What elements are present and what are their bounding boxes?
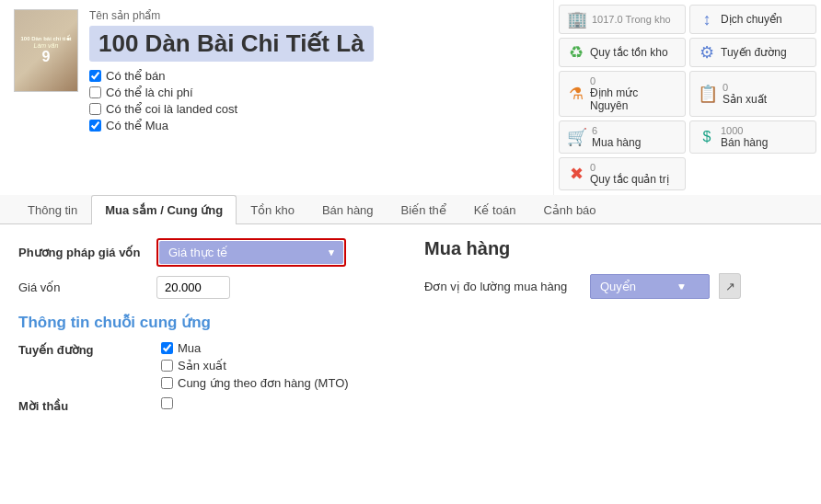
mua-hang-title: Mua hàng [424,238,803,259]
checkbox-co-the-la-chi-phi: Có thể là chi phí [89,86,539,99]
checkbox-landed-cost-label: Có thể coi là landed cost [106,102,237,116]
checkbox-co-the-mua-label: Có thể Mua [106,119,168,132]
don-vi-select-wrapper: Quyển ▼ [590,274,710,299]
dich-chuyen-icon: ↕ [698,10,716,29]
checkbox-co-the-mua: Có thể Mua [89,119,539,132]
ban-hang-btn-text: 1000 Bán hàng [721,125,768,149]
mua-hang-btn-icon: 🛒 [567,127,587,147]
trong-kho-text: 1017.0 Trong kho [592,14,671,25]
checkbox-co-the-la-chi-phi-input[interactable] [89,86,101,98]
action-quy-tac-quan-tri[interactable]: ✖ 0 Quy tắc quản trị [559,157,686,190]
checkbox-co-the-ban-label: Có thể bán [106,69,165,83]
mua-hang-btn-count: 6 [592,125,641,136]
supply-chain-title: Thông tin chuỗi cung ứng [18,313,397,332]
checkbox-co-the-la-chi-phi-label: Có thể là chi phí [106,86,193,99]
tab-bien-the[interactable]: Biến thể [387,195,460,224]
external-link-icon: ↗ [725,280,735,293]
action-dinh-muc[interactable]: ⚗ 0 Định mức Nguyên [559,71,686,117]
warehouse-icon: 🏢 [567,9,587,29]
action-tuyen-duong[interactable]: ⚙ Tuyến đường [689,38,816,67]
product-name-label: Tên sản phẩm [89,9,539,22]
dinh-muc-label: Định mức Nguyên [590,86,677,112]
action-ban-hang-btn[interactable]: $ 1000 Bán hàng [689,120,816,154]
supply-grid: Tuyến đường Mua Sản xuất Cung ứng theo đ… [18,341,397,413]
product-checkboxes: Có thể bán Có thể là chi phí Có thể coi … [89,69,539,132]
mua-hang-btn-text: 6 Mua hàng [592,125,641,149]
tuyen-duong-mua-checkbox[interactable] [161,342,173,354]
tuyen-duong-checkboxes: Mua Sản xuất Cung ứng theo đơn hàng (MTO… [161,341,397,390]
tuyen-duong-mto-row: Cung ứng theo đơn hàng (MTO) [161,376,397,390]
dich-chuyen-text: Dịch chuyển [721,13,782,26]
tuyen-duong-label: Tuyến đường [18,341,156,357]
tab-mua-sam-cung-ung[interactable]: Mua sắm / Cung ứng [91,195,237,224]
product-info-section: 100 Dàn bài chi tiết Làm văn 9 Tên sản p… [0,0,554,195]
don-vi-label: Đơn vị đo lường mua hàng [424,280,581,293]
tab-ban-hang[interactable]: Bán hàng [308,195,387,224]
tuyen-duong-san-xuat-checkbox[interactable] [161,360,173,372]
don-vi-field: Đơn vị đo lường mua hàng Quyển ▼ ↗ [424,273,803,299]
tuyen-duong-mto-label: Cung ứng theo đơn hàng (MTO) [178,376,349,390]
ban-hang-btn-count: 1000 [721,125,768,136]
tabs-bar: Thông tin Mua sắm / Cung ứng Tồn kho Bán… [0,195,821,224]
tab-ton-kho[interactable]: Tồn kho [237,195,308,224]
action-grid: 🏢 1017.0 Trong kho ↕ Dịch chuyển ♻ Quy t… [559,5,816,190]
left-section: Phương pháp giá vốn Giá thực tế FIFO Giá… [18,238,397,413]
moi-thau-row [161,397,397,409]
ban-hang-btn-label: Bán hàng [721,136,768,149]
moi-thau-label: Mời thầu [18,397,156,413]
action-trong-kho[interactable]: 🏢 1017.0 Trong kho [559,5,686,34]
moi-thau-checkbox[interactable] [161,397,173,409]
gia-von-select-border: Giá thực tế FIFO Giá trung bình ▼ [156,238,346,267]
ban-hang-btn-icon: $ [698,129,716,145]
gia-von-select-wrapper: Giá thực tế FIFO Giá trung bình ▼ [159,241,343,264]
phuong-phap-gia-von-group: Phương pháp giá vốn Giá thực tế FIFO Giá… [18,238,397,267]
product-image: 100 Dàn bài chi tiết Làm văn 9 [14,9,78,92]
checkbox-co-the-ban-input[interactable] [89,70,101,82]
dinh-muc-icon: ⚗ [567,84,585,104]
don-vi-select[interactable]: Quyển [590,274,710,299]
checkbox-co-the-ban: Có thể bán [89,69,539,83]
checkbox-co-the-mua-input[interactable] [89,120,101,132]
action-mua-hang-btn[interactable]: 🛒 6 Mua hàng [559,120,686,154]
checkbox-landed-cost: Có thể coi là landed cost [89,102,539,116]
quy-tac-ton-kho-icon: ♻ [567,42,585,63]
san-xuat-icon: 📋 [698,84,718,104]
tab-thong-tin[interactable]: Thông tin [14,195,91,224]
dinh-muc-text: 0 Định mức Nguyên [590,75,677,112]
tuyen-duong-action-label: Tuyến đường [721,46,787,59]
san-xuat-text: 0 Sản xuất [723,82,767,106]
tuyen-duong-mua-row: Mua [161,341,397,355]
tuyen-duong-mto-checkbox[interactable] [161,377,173,389]
quy-tac-quan-tri-label: Quy tắc quản trị [590,173,669,186]
gia-von-select[interactable]: Giá thực tế FIFO Giá trung bình [159,241,343,264]
san-xuat-label: Sản xuất [723,93,767,106]
action-dich-chuyen[interactable]: ↕ Dịch chuyển [689,5,816,34]
book-number: 9 [42,49,51,65]
phuong-phap-label: Phương pháp giá vốn [18,246,147,259]
gia-von-group: Giá vốn [18,276,397,299]
action-san-xuat[interactable]: 📋 0 Sản xuất [689,71,816,117]
quy-tac-ton-kho-text: Quy tắc tồn kho [590,46,668,59]
tuyen-duong-action-text: Tuyến đường [721,46,787,59]
dich-chuyen-label: Dịch chuyển [721,13,782,26]
quy-tac-quan-tri-icon: ✖ [567,164,585,184]
dinh-muc-count: 0 [590,75,677,86]
right-section: Mua hàng Đơn vị đo lường mua hàng Quyển … [424,238,803,413]
don-vi-external-link[interactable]: ↗ [719,273,741,299]
tuyen-duong-icon: ⚙ [698,42,716,63]
gia-von-label: Giá vốn [18,281,147,294]
tab-canh-bao[interactable]: Cảnh báo [529,195,609,224]
main-content: Phương pháp giá vốn Giá thực tế FIFO Giá… [0,224,821,427]
action-quy-tac-ton-kho[interactable]: ♻ Quy tắc tồn kho [559,38,686,67]
action-buttons-panel: 🏢 1017.0 Trong kho ↕ Dịch chuyển ♻ Quy t… [554,0,821,195]
quy-tac-quan-tri-count: 0 [590,162,669,173]
gia-von-input[interactable] [156,276,230,299]
product-details: Tên sản phẩm 100 Dàn Bài Chi Tiết Là Có … [89,9,539,186]
quy-tac-quan-tri-text: 0 Quy tắc quản trị [590,162,669,186]
trong-kho-count: 1017.0 Trong kho [592,14,671,25]
quy-tac-ton-kho-label: Quy tắc tồn kho [590,46,668,59]
mua-hang-btn-label: Mua hàng [592,136,641,149]
tuyen-duong-mua-label: Mua [178,341,201,355]
checkbox-landed-cost-input[interactable] [89,103,101,115]
tab-ke-toan[interactable]: Kế toán [460,195,530,224]
